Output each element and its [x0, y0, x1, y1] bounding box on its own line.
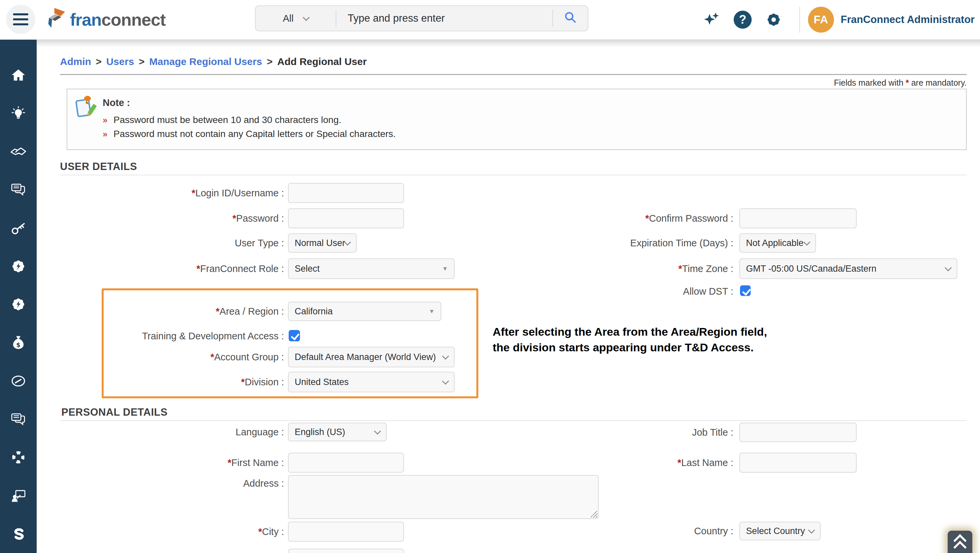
- franconnect-role-label: *FranConnect Role :: [57, 258, 284, 279]
- lightbulb-icon: [11, 106, 26, 121]
- address-textarea[interactable]: [288, 475, 599, 519]
- sidebar-item-training[interactable]: [0, 477, 37, 515]
- expiration-time-select[interactable]: Not Applicable: [739, 234, 816, 253]
- question-mark-icon: ?: [733, 11, 752, 29]
- country-select[interactable]: Select Country: [739, 522, 821, 540]
- account-group-label: *Account Group :: [57, 346, 284, 367]
- settings-gear-icon[interactable]: [764, 10, 783, 29]
- city-input[interactable]: [288, 522, 404, 542]
- trainer-board-icon: [10, 488, 26, 504]
- chevron-down-icon: [803, 238, 810, 245]
- sidebar-item-support[interactable]: [0, 439, 37, 477]
- home-icon: [11, 67, 26, 83]
- password-input[interactable]: [288, 208, 404, 228]
- note-title: Note :: [103, 97, 130, 108]
- chevron-down-icon: [808, 526, 815, 533]
- gear-bolt-icon: [10, 296, 26, 312]
- breadcrumb-manage-regional-users[interactable]: Manage Regional Users: [150, 56, 262, 67]
- add-regional-user-page: franconnect All: [0, 0, 980, 553]
- note-bullet: » Password must not contain any Capital …: [103, 129, 396, 139]
- help-icon[interactable]: ?: [733, 10, 752, 29]
- breadcrumb: Admin > Users > Manage Regional Users > …: [60, 56, 367, 67]
- sidebar-item-home[interactable]: [0, 56, 37, 94]
- franconnect-logo[interactable]: franconnect: [46, 5, 165, 35]
- first-name-label: *First Name :: [57, 453, 284, 473]
- job-title-input[interactable]: [739, 423, 857, 442]
- allow-dst-checkbox[interactable]: [740, 285, 751, 296]
- chat-messages-icon: [10, 182, 26, 198]
- search-scope-dropdown[interactable]: All: [256, 6, 336, 31]
- expiration-time-label: Expiration Time (Days) :: [520, 234, 733, 253]
- training-development-access-checkbox[interactable]: [289, 330, 300, 341]
- note-bullet: » Password must be between 10 and 30 cha…: [103, 114, 341, 126]
- division-label: *Division :: [57, 372, 284, 393]
- time-zone-select[interactable]: GMT -05:00 US/Canada/Eastern: [739, 258, 957, 279]
- divider: [799, 7, 800, 33]
- top-bar: franconnect All: [0, 0, 980, 40]
- login-id-label: *Login ID/Username :: [57, 183, 284, 203]
- language-select[interactable]: English (US): [288, 423, 387, 441]
- search-scope-value: All: [283, 13, 293, 24]
- country-label: Country :: [520, 522, 733, 540]
- sidebar-item-ideas[interactable]: [0, 94, 37, 133]
- last-name-label: *Last Name :: [520, 453, 733, 473]
- franconnect-role-select[interactable]: Select ▼: [288, 258, 455, 279]
- breadcrumb-users[interactable]: Users: [107, 56, 134, 67]
- search-input[interactable]: [336, 6, 552, 31]
- dropdown-triangle-icon: ▼: [442, 266, 448, 272]
- hamburger-menu-button[interactable]: [6, 5, 35, 34]
- divider: [60, 175, 967, 175]
- user-details-heading: USER DETAILS: [60, 160, 137, 173]
- sidebar-item-access-key[interactable]: [0, 209, 37, 247]
- note-icon: [74, 94, 98, 119]
- search-button[interactable]: [553, 6, 588, 31]
- user-name: FranConnect Administrator: [841, 14, 975, 25]
- sidebar-item-messages[interactable]: [0, 171, 37, 209]
- personal-details-heading: PERSONAL DETAILS: [61, 406, 168, 418]
- mandatory-fields-note: Fields marked with * are mandatory.: [834, 78, 967, 88]
- lifebuoy-icon: [11, 450, 26, 465]
- account-group-select[interactable]: Default Area Manager (World View): [288, 346, 455, 367]
- breadcrumb-current: Add Regional User: [277, 56, 367, 67]
- sidebar-item-partnerships[interactable]: [0, 132, 37, 171]
- svg-text:$: $: [16, 342, 20, 348]
- ai-sparkle-icon[interactable]: [702, 10, 721, 29]
- sidebar-item-world[interactable]: [0, 515, 37, 553]
- area-region-select[interactable]: California ▼: [288, 302, 441, 321]
- divider: [60, 74, 967, 75]
- chevron-down-icon: [344, 238, 351, 245]
- search-icon: [563, 10, 578, 26]
- city-label: *City :: [57, 522, 284, 542]
- first-name-input[interactable]: [288, 453, 404, 473]
- state-input-partial[interactable]: [288, 549, 404, 553]
- breadcrumb-admin[interactable]: Admin: [60, 56, 91, 67]
- user-type-select[interactable]: Normal User: [288, 234, 357, 253]
- sidebar-item-finance[interactable]: $: [0, 324, 37, 362]
- training-development-access-label: Training & Development Access :: [57, 331, 284, 342]
- note-box: Note : » Password must be between 10 and…: [67, 89, 967, 150]
- scroll-to-top-button[interactable]: [948, 531, 972, 553]
- chat-messages-icon: [10, 412, 26, 427]
- sidebar-item-performance[interactable]: [0, 362, 37, 400]
- swirl-globe-icon: [11, 526, 26, 542]
- time-zone-label: *Time Zone :: [520, 258, 733, 279]
- job-title-label: Job Title :: [520, 423, 733, 442]
- user-menu[interactable]: FA FranConnect Administrator: [808, 7, 980, 33]
- logo-wordmark: franconnect: [70, 10, 165, 30]
- area-region-label: *Area / Region :: [57, 302, 284, 321]
- sidebar-item-admin-tools[interactable]: [0, 285, 37, 324]
- login-id-input[interactable]: [288, 183, 404, 203]
- franconnect-logo-icon: [46, 7, 67, 32]
- last-name-input[interactable]: [739, 453, 857, 473]
- resize-grip[interactable]: [591, 511, 597, 518]
- confirm-password-label: *Confirm Password :: [520, 208, 733, 228]
- sidebar-item-settings-automation[interactable]: [0, 247, 37, 285]
- sidebar-item-communications[interactable]: [0, 400, 37, 439]
- division-select[interactable]: United States: [288, 372, 455, 393]
- avatar: FA: [808, 7, 834, 33]
- asterisk: *: [906, 78, 909, 87]
- dropdown-triangle-icon: ▼: [429, 308, 435, 314]
- confirm-password-input[interactable]: [739, 208, 857, 228]
- chevron-down-icon: [303, 14, 310, 21]
- handshake-icon: [10, 144, 26, 160]
